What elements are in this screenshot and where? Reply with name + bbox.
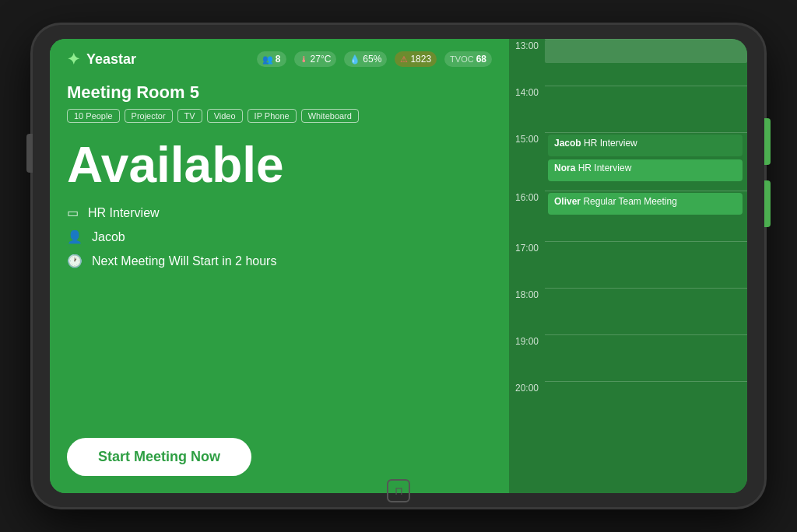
humid-value: 65% [363,54,381,65]
time-1300: 13:00 [509,39,545,51]
sensor-temp: 🌡 27°C [294,51,337,67]
temp-icon: 🌡 [300,54,308,64]
event-oliver-team: Oliver Regular Team Meeting [548,193,743,215]
sensor-co2: ⚠ 1823 [395,51,437,67]
time-1900: 19:00 [509,334,545,347]
timeline-1900 [545,334,747,381]
time-1400: 14:00 [509,86,545,98]
event-nora-hr: Nora HR Interview [548,159,743,181]
timeslot-1400: 14:00 [509,86,747,132]
sensor-people: 👥 8 [257,51,286,67]
calendar-icon: ▭ [67,205,79,220]
organizer-name: Jacob [92,230,125,244]
event-oliver-name: Oliver [554,196,581,207]
timeslot-1600: 16:00 Oliver Regular Team Meeting [509,191,747,241]
logo-text: Yeastar [86,51,136,68]
tag-whiteboard: Whiteboard [301,109,359,123]
tag-ipphone: IP Phone [248,109,297,123]
timeline-1500: Jacob HR Interview Nora HR Interview [545,132,747,191]
start-meeting-button[interactable]: Start Meeting Now [67,438,251,476]
available-text: Available [67,140,492,190]
tag-people: 10 People [67,109,120,123]
temp-value: 27°C [311,54,332,65]
button-section: Start Meeting Now [50,415,509,493]
room-tags: 10 People Projector TV Video IP Phone Wh… [67,109,492,123]
timeslot-1700: 17:00 [509,241,747,288]
event-jacob-hr: Jacob HR Interview [548,135,743,156]
logo-icon: ✦ [67,50,80,68]
meeting-title: HR Interview [88,206,160,220]
timeline-1700 [545,241,747,288]
nfc-indicator: ⊓ [387,479,410,502]
sensors-bar: 👥 8 🌡 27°C 💧 65% ⚠ 18 [257,51,492,67]
tablet-side-button [26,134,33,173]
timeslot-1800: 18:00 [509,288,747,334]
event-nora-name: Nora [554,163,575,173]
timeline-2000 [545,381,747,428]
timeline-1300 [545,39,747,86]
time-2000: 20:00 [509,381,545,394]
timeline-1800 [545,288,747,334]
tvoc-label: TVOC [450,54,474,64]
time-1800: 18:00 [509,288,545,300]
available-section: Available ▭ HR Interview 👤 Jacob 🕐 Nex [50,128,509,276]
room-name: Meeting Room 5 [67,82,492,103]
co2-value: 1823 [410,54,431,65]
tablet-volume-down [764,180,771,227]
tablet-frame: ✦ Yeastar 👥 8 🌡 27°C 💧 [33,25,764,507]
person-icon: 👤 [67,229,83,244]
event-jacob-name: Jacob [554,138,581,149]
timeline-1400 [545,86,747,132]
time-1700: 17:00 [509,241,545,254]
header: ✦ Yeastar 👥 8 🌡 27°C 💧 [50,39,509,76]
time-1600: 16:00 [509,191,545,203]
logo: ✦ Yeastar [67,50,136,68]
organizer-row: 👤 Jacob [67,229,492,244]
sensor-tvoc: TVOC 68 [444,51,492,67]
timeslot-2000: 20:00 [509,381,747,428]
event-jacob-title: HR Interview [584,138,637,149]
timeslot-1500: 15:00 Jacob HR Interview Nora HR Intervi… [509,132,747,191]
tablet-volume-up [764,118,771,165]
next-meeting-text: Next Meeting Will Start in 2 hours [92,254,276,268]
room-section: Meeting Room 5 10 People Projector TV Vi… [50,76,509,128]
meeting-info: ▭ HR Interview 👤 Jacob 🕐 Next Meeting Wi… [67,205,492,268]
tag-tv: TV [177,109,202,123]
people-icon: 👥 [262,54,273,65]
tablet-screen: ✦ Yeastar 👥 8 🌡 27°C 💧 [50,39,747,493]
event-nora-title: HR Interview [578,163,632,173]
sensor-humid: 💧 65% [344,51,387,67]
meeting-title-row: ▭ HR Interview [67,205,492,220]
tvoc-value: 68 [476,54,486,65]
co2-icon: ⚠ [400,54,408,65]
nfc-icon: ⊓ [395,485,403,497]
main-content: ✦ Yeastar 👥 8 🌡 27°C 💧 [50,39,747,493]
clock-icon: 🕐 [67,254,83,268]
current-time-block [545,40,747,63]
timeslot-1300: 13:00 [509,39,747,86]
next-meeting-row: 🕐 Next Meeting Will Start in 2 hours [67,254,492,268]
humid-icon: 💧 [349,54,360,65]
time-1500: 15:00 [509,132,545,145]
people-value: 8 [276,54,281,65]
left-panel: ✦ Yeastar 👥 8 🌡 27°C 💧 [50,39,509,493]
event-oliver-title: Regular Team Meeting [583,196,677,207]
tag-projector: Projector [125,109,173,123]
timeslot-1900: 19:00 [509,334,747,381]
timeline-1600: Oliver Regular Team Meeting [545,191,747,241]
timeline: 13:00 14:00 15:00 [509,39,747,493]
right-panel: 13:00 14:00 15:00 [509,39,747,493]
tag-video: Video [207,109,243,123]
